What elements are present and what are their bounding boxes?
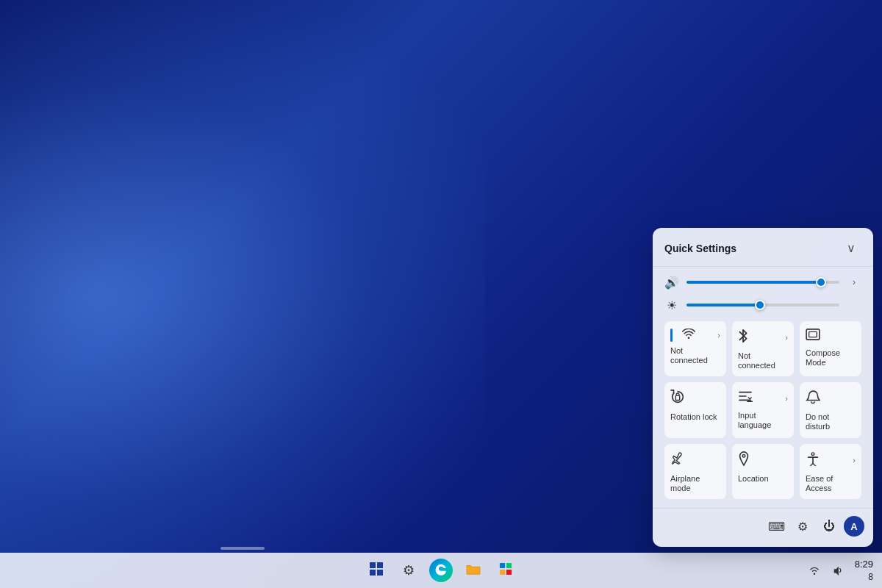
quick-settings-body: 🔊 › ☀ › xyxy=(653,267,873,508)
user-avatar[interactable]: A xyxy=(844,516,864,537)
svg-point-4 xyxy=(811,452,814,455)
compose-tile-top xyxy=(806,329,856,344)
svg-rect-9 xyxy=(500,562,505,567)
date-text: 8 xyxy=(855,571,873,584)
start-button[interactable] xyxy=(362,556,391,585)
bluetooth-tile-label: Not connected xyxy=(738,351,788,370)
store-icon xyxy=(499,562,512,579)
brightness-slider-fill xyxy=(686,304,760,306)
airplane-mode-tile-label: Airplane mode xyxy=(670,474,720,493)
rotation-tile-top xyxy=(670,390,720,408)
volume-slider-thumb[interactable] xyxy=(816,277,826,287)
svg-rect-2 xyxy=(675,395,679,400)
edge-icon xyxy=(429,559,453,582)
svg-rect-1 xyxy=(809,331,817,337)
input-language-tile[interactable]: › Input language xyxy=(732,382,794,437)
store-button[interactable] xyxy=(491,556,520,585)
wifi-tile-top: › xyxy=(670,329,720,342)
input-language-icon xyxy=(738,390,753,406)
file-explorer-button[interactable] xyxy=(459,556,488,585)
location-icon xyxy=(738,451,750,470)
volume-icon: 🔊 xyxy=(664,276,679,290)
taskbar: ⚙ xyxy=(0,553,882,588)
taskbar-right: 8:29 8 xyxy=(803,558,873,584)
wifi-active-indicator xyxy=(670,329,673,342)
svg-rect-7 xyxy=(370,570,376,576)
brightness-slider-thumb[interactable] xyxy=(755,300,765,310)
ease-of-access-chevron-icon[interactable]: › xyxy=(853,456,856,465)
dnd-tile-top xyxy=(806,390,856,408)
system-tray xyxy=(803,559,849,581)
time-text: 8:29 xyxy=(855,558,873,571)
volume-slider-track[interactable] xyxy=(686,281,839,284)
keyboard-icon: ⌨ xyxy=(768,520,785,534)
clock-display[interactable]: 8:29 8 xyxy=(855,558,873,584)
wifi-icon-area xyxy=(670,329,695,342)
settings-button[interactable]: ⚙ xyxy=(791,514,814,538)
location-tile[interactable]: Location xyxy=(732,444,794,499)
compose-mode-tile-label: Compose Mode xyxy=(806,348,856,368)
file-explorer-icon xyxy=(466,562,481,579)
avatar-initial: A xyxy=(850,521,857,532)
airplane-tile-top xyxy=(670,451,720,470)
settings-icon: ⚙ xyxy=(797,520,808,534)
edge-browser-button[interactable] xyxy=(426,556,456,585)
keyboard-button[interactable]: ⌨ xyxy=(764,514,788,538)
power-icon: ⏻ xyxy=(823,520,835,533)
wifi-tile[interactable]: › Not connected xyxy=(664,321,726,376)
airplane-mode-tile[interactable]: Airplane mode xyxy=(664,444,726,499)
input-language-chevron-icon[interactable]: › xyxy=(785,394,788,403)
svg-point-3 xyxy=(742,454,745,457)
bluetooth-icon xyxy=(738,329,748,347)
desktop: Quick Settings ∨ 🔊 › ☀ xyxy=(0,0,882,588)
taskbar-settings-button[interactable]: ⚙ xyxy=(394,556,423,585)
brightness-slider-track[interactable] xyxy=(686,304,839,306)
svg-rect-11 xyxy=(500,569,505,574)
brightness-icon: ☀ xyxy=(664,298,679,312)
wifi-tile-label: Not connected xyxy=(670,346,720,365)
quick-settings-footer: ⌨ ⚙ ⏻ A xyxy=(653,508,873,547)
quick-settings-grid: › Not connected › N xyxy=(664,321,861,499)
bluetooth-tile-top: › xyxy=(738,329,788,347)
power-button[interactable]: ⏻ xyxy=(817,514,841,538)
location-tile-label: Location xyxy=(738,474,769,484)
wifi-icon xyxy=(682,329,695,342)
rotation-lock-tile[interactable]: Rotation lock xyxy=(664,382,726,437)
quick-settings-collapse-button[interactable]: ∨ xyxy=(841,238,861,259)
taskbar-settings-icon: ⚙ xyxy=(403,562,415,578)
quick-settings-header: Quick Settings ∨ xyxy=(653,228,873,267)
volume-slider-row: 🔊 › xyxy=(664,276,861,290)
quick-settings-panel: Quick Settings ∨ 🔊 › ☀ xyxy=(653,228,873,547)
bluetooth-tile[interactable]: › Not connected xyxy=(732,321,794,376)
quick-settings-title: Quick Settings xyxy=(664,243,736,254)
volume-slider-fill xyxy=(686,281,821,284)
svg-rect-0 xyxy=(806,329,820,340)
compose-icon xyxy=(806,329,820,344)
tray-volume-icon[interactable] xyxy=(827,559,849,581)
ease-tile-top: › xyxy=(806,451,856,470)
chevron-down-icon: ∨ xyxy=(847,241,856,255)
taskbar-center: ⚙ xyxy=(362,556,520,585)
do-not-disturb-tile-label: Do not disturb xyxy=(806,412,856,431)
ease-of-access-tile[interactable]: › Ease of Access xyxy=(800,444,861,499)
svg-rect-10 xyxy=(506,562,512,567)
airplane-mode-icon xyxy=(670,451,685,470)
svg-rect-5 xyxy=(370,562,376,568)
input-language-tile-label: Input language xyxy=(738,411,788,430)
do-not-disturb-icon xyxy=(806,390,820,408)
compose-mode-tile[interactable]: Compose Mode xyxy=(800,321,861,376)
bluetooth-chevron-icon[interactable]: › xyxy=(785,333,788,342)
rotation-lock-icon xyxy=(670,390,685,408)
svg-rect-6 xyxy=(377,562,383,568)
volume-chevron-icon[interactable]: › xyxy=(847,277,861,287)
scroll-hint xyxy=(220,547,265,550)
brightness-slider-row: ☀ › xyxy=(664,298,861,312)
rotation-lock-tile-label: Rotation lock xyxy=(670,412,717,422)
wifi-chevron-icon[interactable]: › xyxy=(717,331,720,340)
input-tile-top: › xyxy=(738,390,788,406)
tray-network-icon[interactable] xyxy=(803,559,825,581)
windows-icon xyxy=(370,562,383,579)
location-tile-top xyxy=(738,451,788,470)
ease-of-access-icon xyxy=(806,451,820,470)
do-not-disturb-tile[interactable]: Do not disturb xyxy=(800,382,861,437)
